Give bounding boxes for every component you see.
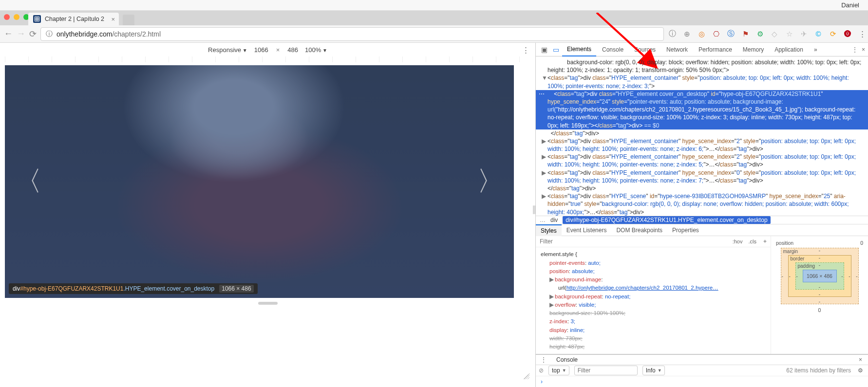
rule-selector[interactable]: element.style { <box>541 250 766 258</box>
device-width-input[interactable]: 1066 <box>254 46 268 54</box>
ext-icon[interactable]: ⎔ <box>712 30 720 38</box>
browser-toolbar: ← → ⟳ ⓘ onlythebridge.com/chapters/2.htm… <box>0 25 868 43</box>
window-controls[interactable] <box>4 14 29 20</box>
minimize-window-icon[interactable] <box>14 14 19 20</box>
console-filter-input[interactable] <box>574 366 638 375</box>
console-prompt[interactable]: › <box>536 376 868 387</box>
styles-pane: :hov .cls + element.style { pointer-even… <box>536 236 771 354</box>
drawer-tab-console[interactable]: Console <box>552 355 582 365</box>
ext-icon[interactable]: ⓿ <box>843 30 852 38</box>
tab-performance[interactable]: Performance <box>694 43 737 56</box>
zoom-select[interactable]: 100% <box>305 46 327 54</box>
box-model-content: 1066 × 486 <box>803 270 837 282</box>
tab-event-listeners[interactable]: Event Listeners <box>562 225 612 236</box>
console-context-select[interactable]: top <box>548 366 569 375</box>
tab-sources[interactable]: Sources <box>629 43 660 56</box>
devtools-menu-icon[interactable]: ⋮ <box>852 46 858 53</box>
forward-button: → <box>17 29 25 39</box>
clear-console-icon[interactable]: ⊘ <box>539 367 544 374</box>
tab-favicon <box>33 15 41 23</box>
device-toolbar: Responsive 1066 × 486 100% <box>0 43 535 56</box>
devtools-tabbar: ▣ ▭ Elements Console Sources Network Per… <box>536 43 868 56</box>
back-button[interactable]: ← <box>4 29 13 39</box>
dom-line[interactable]: background-color: rgb(0, 0, 0); display:… <box>536 58 868 74</box>
prev-slide-button[interactable]: 〈 <box>15 163 42 200</box>
tooltip-dimensions: 1066 × 486 <box>219 285 253 293</box>
styles-filter-input[interactable] <box>536 236 730 247</box>
css-rules[interactable]: element.style { pointer-events: auto; po… <box>536 247 771 354</box>
url-host: onlythebridge.com <box>57 30 112 38</box>
toggle-device-mode-icon[interactable]: ▭ <box>550 46 561 54</box>
site-info-icon[interactable]: ⓘ <box>46 30 53 38</box>
ext-icon[interactable]: ☆ <box>785 30 793 38</box>
height-resize-handle[interactable] <box>258 302 278 305</box>
tab-network[interactable]: Network <box>661 43 693 56</box>
close-window-icon[interactable] <box>4 14 10 20</box>
styles-filter-row: :hov .cls + <box>536 236 771 247</box>
width-ruler[interactable] <box>5 56 530 62</box>
dom-line[interactable]: ▶<class="tag">div class="HYPE_element_co… <box>536 137 868 153</box>
new-tab-button[interactable] <box>123 15 134 25</box>
new-style-rule-button[interactable]: + <box>759 238 771 245</box>
ext-icon[interactable]: ⓘ <box>668 30 677 38</box>
box-model-widget[interactable]: position0 margin ---- border ---- paddin… <box>771 236 868 354</box>
breadcrumb-ellipsis[interactable]: … <box>540 217 546 223</box>
device-height-input[interactable]: 486 <box>287 46 298 54</box>
dom-line[interactable]: ▶<class="tag">div class="HYPE_element_co… <box>536 169 868 184</box>
address-bar[interactable]: ⓘ onlythebridge.com/chapters/2.html <box>40 27 664 41</box>
dom-line[interactable]: ▼<class="tag">div class="HYPE_element_co… <box>536 74 868 90</box>
ext-icon[interactable]: Ⓢ <box>726 30 735 38</box>
ext-icon[interactable]: ✈ <box>799 30 808 38</box>
dom-line[interactable]: </class="tag">div> <box>536 184 868 192</box>
cls-toggle[interactable]: .cls <box>745 238 759 245</box>
ext-icon[interactable]: © <box>814 30 823 38</box>
devtools-close-icon[interactable]: × <box>862 46 865 53</box>
tab-application[interactable]: Application <box>770 43 808 56</box>
dom-line[interactable]: </class="tag">div> <box>536 129 868 137</box>
ext-icon[interactable]: ⚙ <box>755 30 764 38</box>
width-resize-handle[interactable]: ∥ <box>532 204 535 215</box>
dimension-separator: × <box>275 46 281 54</box>
tab-dom-breakpoints[interactable]: DOM Breakpoints <box>611 225 667 236</box>
tab-memory[interactable]: Memory <box>738 43 769 56</box>
elements-dom-tree[interactable]: background-color: rgb(0, 0, 0); display:… <box>536 56 868 216</box>
corner-resize-handle[interactable] <box>524 373 529 379</box>
tab-elements[interactable]: Elements <box>562 43 596 56</box>
menubar-user[interactable]: Daniel <box>841 1 859 9</box>
tab-properties[interactable]: Properties <box>667 225 704 236</box>
styles-tabbar: Styles Event Listeners DOM Breakpoints P… <box>536 224 868 236</box>
elements-breadcrumb[interactable]: … div div#hype-obj-E67QGFUZARX42STRK1U1.… <box>536 216 868 224</box>
drawer-menu-icon[interactable]: ⋮ <box>539 356 548 363</box>
hov-toggle[interactable]: :hov <box>730 238 746 245</box>
tab-styles[interactable]: Styles <box>536 224 562 236</box>
dom-line[interactable]: ▶<class="tag">div class="HYPE_element_co… <box>536 153 868 168</box>
breadcrumb-selected[interactable]: div#hype-obj-E67QGFUZARX42STRK1U1.HYPE_e… <box>563 216 770 224</box>
tabs-overflow-icon[interactable]: » <box>809 43 822 56</box>
dom-line-selected[interactable]: ⋯ <class="tag">div class="HYPE_element c… <box>536 90 868 129</box>
device-select[interactable]: Responsive <box>208 46 247 54</box>
ext-icon[interactable]: ◇ <box>770 30 779 38</box>
browser-tab[interactable]: Chapter 2 | Capítulo 2 × <box>28 13 119 25</box>
console-level-select[interactable]: Info <box>642 366 665 375</box>
ext-icon[interactable]: ⚑ <box>741 30 750 38</box>
console-hidden-count[interactable]: 62 items hidden by filters <box>786 367 851 374</box>
tab-console[interactable]: Console <box>597 43 628 56</box>
browser-tabstrip: Chapter 2 | Capítulo 2 × <box>0 11 868 25</box>
drawer-close-icon[interactable]: × <box>856 356 865 363</box>
ext-icon[interactable]: ⟳ <box>829 30 837 38</box>
dom-line[interactable]: ▶<class="tag">div class="HYPE_scene" id=… <box>536 192 868 216</box>
device-mode-menu-icon[interactable]: ⋮ <box>522 46 529 55</box>
console-settings-icon[interactable]: ⚙ <box>856 367 865 374</box>
system-menubar: Daniel <box>0 0 868 11</box>
tab-close-icon[interactable]: × <box>111 16 115 23</box>
breadcrumb-node[interactable]: div <box>550 217 558 223</box>
reload-button[interactable]: ⟳ <box>29 29 37 39</box>
browser-menu-icon[interactable]: ⋮ <box>858 30 867 38</box>
devtools-panel: ▣ ▭ Elements Console Sources Network Per… <box>536 43 868 387</box>
page-viewport[interactable]: 〈 〉 div#hype-obj-E67QGFUZARX42STRK1U1.HY… <box>5 65 514 298</box>
next-slide-button[interactable]: 〉 <box>477 163 504 200</box>
url-path: /chapters/2.html <box>112 30 161 38</box>
inspect-element-icon[interactable]: ▣ <box>539 46 549 54</box>
ext-icon[interactable]: ⊕ <box>682 30 691 38</box>
ext-icon[interactable]: ◎ <box>697 30 706 38</box>
